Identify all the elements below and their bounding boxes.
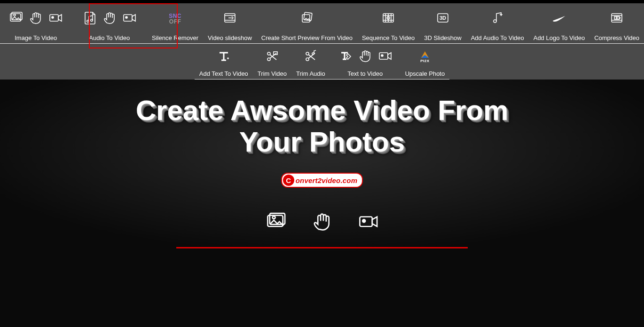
tool-trim-video[interactable]: Trim Video	[253, 44, 291, 80]
tool-text-to-video[interactable]: Text to Video	[330, 44, 401, 80]
tool-label: Add Audio To Video	[471, 31, 524, 41]
tool-trim-audio[interactable]: Trim Audio	[291, 44, 330, 80]
toolbar-row-2: Add Text To Video Trim Video Trim Audio …	[0, 44, 644, 80]
camera-icon	[48, 11, 63, 27]
tool-label: Image To Video	[15, 31, 57, 41]
tool-sequence-to-video[interactable]: Sequence To Video	[357, 3, 419, 44]
tool-add-text[interactable]: Add Text To Video	[195, 44, 253, 80]
tool-image-to-video[interactable]: Image To Video	[0, 3, 71, 44]
tool-label: 3D Slideshow	[424, 31, 462, 41]
tool-silence-remover[interactable]: SNC OFF Silence Remover	[147, 3, 203, 44]
hand-icon	[29, 11, 43, 27]
hand-icon	[358, 49, 372, 65]
tool-video-slideshow[interactable]: Video slideshow	[203, 3, 257, 44]
brand-text: onvert2video.com	[296, 176, 358, 184]
tool-compress-video[interactable]: Compress Video	[589, 3, 644, 44]
tool-label: Add Text To Video	[199, 66, 248, 77]
camera-icon	[355, 211, 381, 234]
text-tag-icon	[338, 49, 353, 65]
hero-icons	[263, 211, 381, 234]
tool-label: Text to Video	[347, 66, 383, 77]
scissors-video-icon	[265, 49, 279, 65]
tool-short-preview[interactable]: Create Short Preview From Video	[257, 3, 357, 44]
compress-icon	[610, 11, 624, 27]
photo-icon	[263, 211, 289, 234]
text-plus-icon	[217, 49, 231, 65]
sequence-icon	[381, 11, 395, 27]
swoosh-icon	[549, 13, 569, 24]
tool-audio-to-video[interactable]: Audio To Video	[71, 3, 147, 44]
pi2x-icon: PI2X	[420, 51, 429, 63]
tool-3d-slideshow[interactable]: 3D Slideshow	[419, 3, 466, 44]
hero-title: Create Awsome Video From Your Photos	[136, 95, 508, 158]
tool-label: Video slideshow	[208, 31, 252, 41]
camera-icon	[122, 11, 136, 27]
tool-label: Create Short Preview From Video	[261, 31, 353, 41]
brand-c-icon: C	[283, 175, 294, 186]
tool-label: Trim Audio	[296, 66, 325, 77]
toolbar: Image To Video Audio To Video SNC OFF Si…	[0, 3, 644, 80]
hand-icon	[102, 11, 117, 27]
hero: Create Awsome Video From Your Photos C o…	[0, 80, 644, 327]
toolbar-row-1: Image To Video Audio To Video SNC OFF Si…	[0, 3, 644, 44]
brand-chip[interactable]: C onvert2video.com	[281, 173, 363, 188]
photo-icon	[9, 11, 23, 27]
add-audio-icon	[490, 11, 504, 27]
snc-off-icon: SNC OFF	[169, 13, 181, 24]
tool-label: Trim Video	[258, 66, 287, 77]
scissors-audio-icon	[304, 49, 318, 65]
tool-label: Compress Video	[594, 31, 639, 41]
tool-label: Upscale Photo	[405, 66, 445, 77]
tool-label: Sequence To Video	[362, 31, 415, 41]
audio-doc-icon	[83, 11, 97, 27]
tool-label: Silence Remover	[152, 31, 198, 41]
tool-label: Add Logo To Video	[534, 31, 585, 41]
tool-label: Audio To Video	[89, 31, 130, 41]
tool-add-logo[interactable]: Add Logo To Video	[529, 3, 589, 44]
film-arrow-icon	[223, 11, 237, 27]
stack-icon	[300, 11, 314, 27]
camera-icon	[378, 49, 392, 65]
tool-add-audio[interactable]: Add Audio To Video	[466, 3, 529, 44]
hand-icon	[309, 211, 335, 234]
three-d-icon	[436, 11, 450, 27]
tool-upscale-photo[interactable]: PI2X Upscale Photo	[401, 44, 450, 80]
divider-red	[176, 247, 468, 248]
